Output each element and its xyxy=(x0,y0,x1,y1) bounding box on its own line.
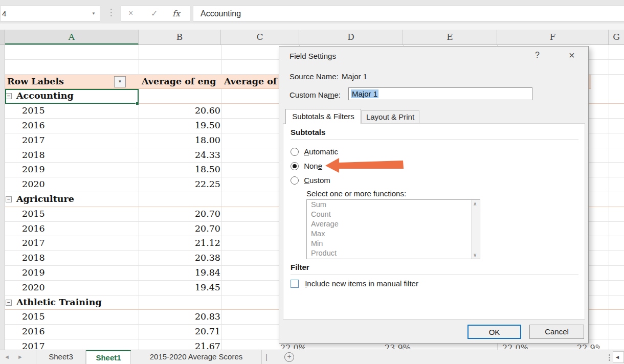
formula-input[interactable]: Accounting xyxy=(193,6,624,21)
list-item: Product xyxy=(307,248,480,258)
source-name-label: Source Name: xyxy=(289,72,339,81)
avg-math-header-clipped[interactable]: Average of ma xyxy=(224,76,279,86)
value-cell[interactable]: 20.70 xyxy=(139,223,220,234)
sheet-tab-sheet1-active[interactable]: Sheet1 xyxy=(86,350,131,364)
year-cell[interactable]: 2020 xyxy=(22,179,45,189)
group-label[interactable]: Agriculture xyxy=(16,194,74,204)
year-cell[interactable]: 2015 xyxy=(22,105,45,116)
sheet-nav-right-icon[interactable]: ► xyxy=(17,354,23,360)
cancel-button[interactable]: Cancel xyxy=(529,325,584,339)
value-cell[interactable]: 20.71 xyxy=(139,326,220,336)
custom-name-label: Custom Name: xyxy=(289,90,341,99)
insert-function-icon[interactable]: fx xyxy=(172,9,180,18)
year-cell[interactable]: 2016 xyxy=(22,223,45,234)
name-box[interactable]: 4 ▼ xyxy=(0,6,100,21)
cancel-entry-icon[interactable]: × xyxy=(128,9,133,18)
value-cell[interactable]: 20.83 xyxy=(139,311,220,322)
close-icon[interactable]: × xyxy=(569,50,575,61)
filter-dropdown-button[interactable]: ▼ xyxy=(114,76,126,87)
label-accel: m xyxy=(328,90,335,99)
selected-cell-outline xyxy=(5,89,139,104)
enter-entry-icon[interactable]: ✓ xyxy=(151,9,158,18)
year-cell[interactable]: 2015 xyxy=(22,209,45,219)
formula-value: Accounting xyxy=(200,9,241,18)
statusbar-grip-icon xyxy=(608,353,611,362)
add-sheet-button[interactable]: + xyxy=(284,352,294,362)
formula-bar-grip-icon xyxy=(108,7,114,20)
formula-bar: 4 ▼ × ✓ fx Accounting xyxy=(0,0,624,24)
excel-window: 4 ▼ × ✓ fx Accounting A B C D E F G xyxy=(0,0,624,364)
horizontal-scrollbar[interactable]: ◄ xyxy=(613,351,624,363)
toolbar-gap xyxy=(0,24,624,30)
row-header-strip[interactable] xyxy=(0,45,5,350)
select-all-corner[interactable] xyxy=(0,30,5,44)
year-cell[interactable]: 2018 xyxy=(22,150,45,160)
name-box-value: 4 xyxy=(2,9,6,18)
column-header-f[interactable]: F xyxy=(497,30,609,44)
radio-icon[interactable] xyxy=(291,176,299,185)
tab-subtotals-filters[interactable]: Subtotals & Filters xyxy=(285,109,361,124)
column-header-a[interactable]: A xyxy=(5,30,139,44)
scroll-up-icon: ∧ xyxy=(473,201,477,207)
include-new-items-checkbox-row[interactable]: Include new items in manual filter xyxy=(291,279,418,288)
value-cell[interactable]: 19.84 xyxy=(139,267,220,278)
column-header-e[interactable]: E xyxy=(403,30,497,44)
column-header-c[interactable]: C xyxy=(221,30,299,44)
value-cell[interactable]: 24.33 xyxy=(139,150,220,160)
name-box-caret-icon[interactable]: ▼ xyxy=(92,11,96,16)
list-item: Min xyxy=(307,239,480,248)
year-cell[interactable]: 2015 xyxy=(22,311,45,322)
label-text: Custom Na xyxy=(289,90,328,99)
formula-buttons: × ✓ fx xyxy=(121,6,190,21)
value-cell[interactable]: 21.12 xyxy=(139,238,220,248)
column-header-g[interactable]: G xyxy=(609,30,624,44)
year-cell[interactable]: 2020 xyxy=(22,282,45,292)
help-icon[interactable]: ? xyxy=(535,51,540,60)
label-accel: C xyxy=(304,176,309,185)
scroll-left-icon[interactable]: ◄ xyxy=(615,354,620,360)
year-cell[interactable]: 2019 xyxy=(22,164,45,174)
value-cell[interactable]: 22.25 xyxy=(139,179,220,189)
row-labels-header[interactable]: Row Labels xyxy=(7,76,64,86)
label-text: Non xyxy=(304,162,318,170)
value-cell[interactable]: 20.38 xyxy=(139,253,220,263)
year-cell[interactable]: 2016 xyxy=(22,326,45,336)
value-cell[interactable]: 20.70 xyxy=(139,209,220,219)
radio-icon[interactable] xyxy=(291,148,299,156)
checkbox-icon[interactable] xyxy=(291,280,299,288)
column-header-b[interactable]: B xyxy=(139,30,221,44)
year-cell[interactable]: 2019 xyxy=(22,267,45,278)
tab-layout-print[interactable]: Layout & Print xyxy=(361,110,419,124)
avg-eng-header[interactable]: Average of eng xyxy=(142,76,216,86)
year-cell[interactable]: 2017 xyxy=(22,238,45,248)
ok-button[interactable]: OK xyxy=(467,325,521,339)
value-cell[interactable]: 19.45 xyxy=(139,282,220,292)
value-cell[interactable]: 18.00 xyxy=(139,135,220,145)
clipped-cell-fragment: 22.9% xyxy=(577,343,600,349)
section-divider xyxy=(291,274,578,275)
collapse-icon[interactable]: − xyxy=(6,196,12,202)
sheet-nav-left-icon[interactable]: ◄ xyxy=(4,354,10,360)
value-cell[interactable]: 19.50 xyxy=(139,120,220,130)
radio-none[interactable]: None xyxy=(291,162,322,171)
label-accel: e xyxy=(318,162,322,170)
subtotals-section-label: Subtotals xyxy=(291,128,325,136)
sheet-tab-average-scores[interactable]: 2015-2020 Average Scores xyxy=(131,350,262,364)
column-header-d[interactable]: D xyxy=(299,30,403,44)
group-label[interactable]: Athletic Training xyxy=(16,297,102,307)
radio-icon-selected[interactable] xyxy=(291,162,299,170)
clipped-cell-fragment: 23.9% xyxy=(385,343,413,349)
filter-section-label: Filter xyxy=(291,263,309,271)
radio-label: None xyxy=(304,162,322,170)
year-cell[interactable]: 2017 xyxy=(22,135,45,145)
custom-name-input[interactable]: Major 1 xyxy=(348,87,532,100)
value-cell[interactable]: 20.60 xyxy=(139,105,220,116)
fill-handle[interactable] xyxy=(136,102,139,105)
year-cell[interactable]: 2018 xyxy=(22,253,45,263)
value-cell[interactable]: 18.50 xyxy=(139,164,220,174)
sheet-tab-sheet3[interactable]: Sheet3 xyxy=(36,350,86,364)
scroll-down-icon: ∨ xyxy=(473,252,477,258)
list-item: Count xyxy=(307,210,480,219)
collapse-icon[interactable]: − xyxy=(6,300,12,306)
year-cell[interactable]: 2016 xyxy=(22,120,45,130)
